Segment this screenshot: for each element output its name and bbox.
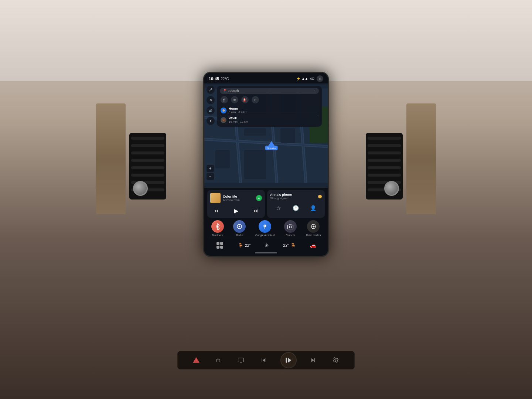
next-track-phys-button[interactable] <box>308 355 319 366</box>
app-bluetooth[interactable]: Bluetooth <box>211 220 224 236</box>
phone-card[interactable]: Anna's phone Strong signal ☆ 🕐 👤 <box>267 190 325 218</box>
knob-right[interactable] <box>384 181 399 196</box>
grid-dot-3 <box>216 246 219 249</box>
media-info: Color Me Arizona Rain <box>223 195 254 202</box>
nav-cat-shopping[interactable]: 🛍 <box>231 96 238 103</box>
media-card-header: Color Me Arizona Rain ● <box>210 193 262 203</box>
svg-rect-32 <box>238 358 244 362</box>
driver-temp: 22° <box>245 243 250 248</box>
app-radio[interactable]: Radio <box>233 220 246 236</box>
car-climate-icon[interactable]: 🚗 <box>310 242 316 248</box>
map-section[interactable]: Navigating 🎤 ⚙ 🔊 ⬆ 📍 Search <box>204 83 328 188</box>
nav-panel: 📍 Search ⌃ 🍴 🛍 ⛽ P 🏠 <box>217 86 322 127</box>
next-track-button[interactable]: ⏭ <box>252 206 260 215</box>
physical-controls-bar: ! <box>177 351 355 369</box>
nav-work-icon: 💼 <box>221 117 226 123</box>
album-art <box>210 193 221 203</box>
map-settings-icon[interactable]: ⚙ <box>207 96 215 104</box>
nav-cat-gas[interactable]: ⛽ <box>241 96 249 103</box>
bluetooth-status-icon: ⚡ <box>296 77 300 81</box>
play-pause-button[interactable]: ▶ <box>232 206 241 215</box>
app-google-assistant[interactable]: Google Assistant <box>255 220 275 236</box>
phone-favorites-button[interactable]: ☆ <box>273 203 284 213</box>
camera-app-label: Camera <box>286 234 295 236</box>
seat-heat-button[interactable] <box>213 355 224 366</box>
search-expand-icon: ⌃ <box>313 89 316 93</box>
media-controls: ⏮ ▶ ⏭ <box>210 206 262 215</box>
search-pin-icon: 📍 <box>223 89 227 93</box>
phone-signal: Strong signal <box>270 197 318 200</box>
status-time: 10:45 <box>209 76 219 81</box>
fan-icon: ✳ <box>265 242 269 248</box>
nav-cat-restaurant[interactable]: 🍴 <box>221 96 228 103</box>
svg-rect-16 <box>244 150 266 179</box>
phone-recents-button[interactable]: 🕐 <box>291 203 301 213</box>
compass-icon[interactable]: ◎ <box>317 75 323 82</box>
bluetooth-icon-circle <box>211 220 224 233</box>
google-assistant-app-label: Google Assistant <box>255 234 275 236</box>
bottom-sections: Color Me Arizona Rain ● ⏮ ▶ ⏭ <box>204 188 328 256</box>
car-icon: 🚗 <box>310 242 316 248</box>
nav-home-detail: 9 min · 6.4 km <box>229 110 318 114</box>
apps-grid-button[interactable] <box>216 241 224 249</box>
screen-ui: 10:45 22°C ⚡ ▲▲ 4G ◎ <box>204 73 328 256</box>
driver-seat-heat[interactable]: 🪑 22° <box>238 243 250 248</box>
svg-point-35 <box>335 360 336 361</box>
zoom-out-button[interactable]: − <box>207 173 214 180</box>
phone-actions: ☆ 🕐 👤 <box>270 203 322 213</box>
apps-grid-icon <box>216 242 223 249</box>
map-audio-icon[interactable]: 🔊 <box>207 106 215 115</box>
nav-cat-parking[interactable]: P <box>252 96 259 103</box>
car-interior: 10:45 22°C ⚡ ▲▲ 4G ◎ <box>0 0 532 399</box>
phone-info: Anna's phone Strong signal <box>270 193 318 200</box>
media-song-title: Color Me <box>223 195 254 198</box>
passenger-seat-heat[interactable]: 22° 🪑 <box>283 243 296 248</box>
map-nav-icon[interactable]: ⬆ <box>207 117 215 125</box>
prev-track-phys-button[interactable] <box>258 355 269 366</box>
prev-track-button[interactable]: ⏮ <box>212 206 221 215</box>
svg-rect-31 <box>216 359 220 362</box>
svg-rect-13 <box>244 128 266 136</box>
app-grid-row: Bluetooth Radio <box>207 220 325 236</box>
nav-dest-home[interactable]: 🏠 Home 9 min · 6.4 km <box>220 106 319 115</box>
phone-indicator-dot <box>318 195 322 198</box>
svg-rect-26 <box>288 225 293 229</box>
ceiling <box>0 0 532 81</box>
nav-work-name: Work <box>229 116 318 120</box>
knob-left[interactable] <box>133 181 148 196</box>
svg-point-27 <box>289 226 291 228</box>
display-button[interactable] <box>235 355 246 366</box>
nav-dest-work[interactable]: 💼 Work 16 min · 12 km <box>220 115 319 125</box>
grid-dot-2 <box>220 242 223 245</box>
phone-name: Anna's phone <box>270 193 318 197</box>
wifi-status-icon: ▲▲ <box>301 77 308 81</box>
grid-dot-4 <box>220 246 223 249</box>
infotainment-screen: 10:45 22°C ⚡ ▲▲ 4G ◎ <box>203 72 329 257</box>
passenger-temp: 22° <box>283 243 289 248</box>
map-mic-icon[interactable]: 🎤 <box>207 86 215 94</box>
media-artist: Arizona Rain <box>223 198 254 202</box>
app-camera[interactable]: Camera <box>284 220 297 236</box>
radio-icon-circle <box>233 220 246 233</box>
svg-rect-15 <box>215 150 229 168</box>
climate-row: 🪑 22° ✳ 22° 🪑 🚗 <box>207 239 325 251</box>
drive-modes-icon-circle <box>307 220 320 233</box>
media-card[interactable]: Color Me Arizona Rain ● ⏮ ▶ ⏭ <box>207 190 265 218</box>
passenger-seat-icon: 🪑 <box>290 243 296 248</box>
status-temp: 22°C <box>221 77 229 81</box>
nav-work-detail: 16 min · 12 km <box>229 120 318 123</box>
nav-home-icon: 🏠 <box>221 108 226 113</box>
play-pause-phys-button[interactable] <box>280 352 297 368</box>
radio-app-label: Radio <box>236 234 243 236</box>
svg-rect-34 <box>286 358 287 362</box>
zoom-in-button[interactable]: + <box>207 165 214 172</box>
app-drive-modes[interactable]: Drive modes <box>306 220 321 236</box>
nav-search-input[interactable]: 📍 Search ⌃ <box>220 88 319 94</box>
hazard-button[interactable]: ! <box>191 355 202 366</box>
climate-fan[interactable]: ✳ <box>265 242 269 248</box>
nav-home-info: Home 9 min · 6.4 km <box>229 107 318 114</box>
phone-contacts-button[interactable]: 👤 <box>308 203 318 213</box>
svg-point-22 <box>239 226 241 228</box>
driver-seat-icon: 🪑 <box>238 243 243 248</box>
fan-phys-button[interactable] <box>330 355 341 366</box>
